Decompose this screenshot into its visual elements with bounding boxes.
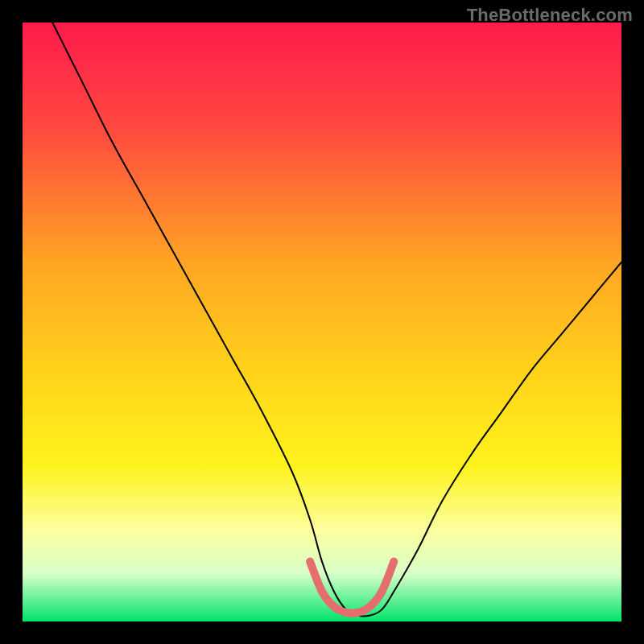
chart-background	[23, 23, 621, 621]
chart-plot-area	[23, 23, 621, 621]
watermark-text: TheBottleneck.com	[467, 5, 633, 26]
chart-frame: TheBottleneck.com	[0, 0, 644, 644]
chart-svg	[23, 23, 621, 621]
